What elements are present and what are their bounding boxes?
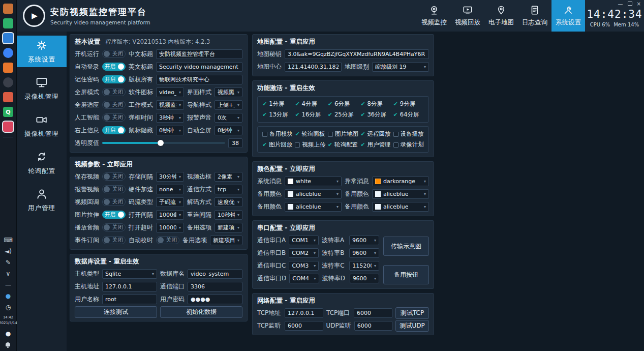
sidebar-item-user-mgmt[interactable]: 用户管理 [17,184,67,216]
text-input[interactable]: 6000 [354,321,393,331]
pen-icon[interactable]: ✎ [6,259,11,266]
side-button[interactable]: 备用按钮 [383,265,429,284]
action-button[interactable]: 初始化数据 [160,306,242,318]
dropdown-select[interactable]: 9600▾ [349,248,379,258]
checkbox-item[interactable]: ✔4分屏 [295,100,325,108]
chevron-down-icon[interactable]: ∨ [6,271,11,277]
dropdown-select[interactable]: COM2▾ [289,248,319,258]
dropdown-select[interactable]: 115200▾ [349,261,379,271]
checkbox-item[interactable]: ✔轮询配置 [328,141,358,149]
dropdown-select[interactable]: 9600▾ [349,236,379,245]
dropdown-select[interactable]: 30分钟▾ [156,172,184,182]
checkbox-item[interactable]: ✔用户管理 [360,141,391,149]
action-button[interactable]: 测试UDP [395,320,429,332]
text-input[interactable]: 物联网技术研究中心 [156,75,242,84]
toggle-on[interactable]: 开启 [102,211,126,219]
slider-knob[interactable] [158,140,164,146]
toggle-on[interactable]: 开启 [102,126,126,134]
minimize-strip-icon[interactable]: — [5,282,11,288]
checkbox-item[interactable]: ✔16分屏 [295,111,325,119]
nav-video-monitor[interactable]: 视频监控 [417,0,451,32]
nav-system-settings[interactable]: 系统设置 [551,0,585,32]
dropdown-select[interactable]: 0秒钟▾ [156,126,184,135]
nav-e-map[interactable]: 电子地图 [484,0,518,32]
toggle-on[interactable]: 开启 [102,63,126,71]
app-terminal-red-icon[interactable] [3,92,13,102]
app-ide-dark-icon[interactable] [3,77,13,87]
checkbox-item[interactable]: ✔36分屏 [360,111,391,119]
color-select[interactable]: white▾ [285,177,342,186]
dropdown-select[interactable]: 新建项目▾ [214,223,242,232]
dropdown-select[interactable]: 3秒钟▾ [156,113,184,123]
text-input[interactable]: 121.41400,31.18280 [285,62,342,72]
app-orange-grid-icon[interactable] [3,63,13,73]
dropdown-select[interactable]: none▾ [156,185,184,194]
side-button[interactable]: 传输示意图 [383,237,429,256]
dropdown-select[interactable]: 0次▾ [214,113,242,123]
checkbox-item[interactable]: ✔13分屏 [262,111,293,119]
minimize-button[interactable]: — [618,2,623,7]
checkbox-item[interactable]: 备用模块 [262,130,293,138]
clock-icon[interactable]: ◷ [6,304,11,310]
app-video-platform-icon[interactable] [3,122,13,132]
text-input[interactable]: 3306 [188,282,242,291]
app-files-blue-icon[interactable] [3,33,13,43]
toggle-off[interactable]: 关闭 [102,50,126,58]
action-button[interactable]: 测试TCP [395,307,429,319]
toggle-off[interactable]: 关闭 [102,172,126,181]
dropdown-select[interactable]: tcp▾ [214,185,242,194]
app-browser-icon[interactable] [3,48,13,58]
dropdown-select[interactable]: 1000毫秒▾ [156,210,184,220]
dropdown-select[interactable]: 9600▾ [350,274,379,283]
app-green-icon[interactable] [3,18,13,28]
dropdown-select[interactable]: 子码流▾ [156,197,184,207]
checkbox-item[interactable]: ✔远程回放 [360,130,391,138]
color-select[interactable]: aliceblue▾ [285,189,342,199]
dropdown-select[interactable]: video_white▾ [156,87,184,97]
toggle-off[interactable]: 关闭 [102,101,126,109]
text-input[interactable]: ●●●● [188,295,242,304]
dropdown-select[interactable]: 速度优先▾ [214,197,242,207]
text-input[interactable]: 3.0&ak=9GqzBZjfGqXYXMzdfuRN9AL4B4PHaY6R [285,49,429,59]
maximize-button[interactable] [628,2,632,7]
checkbox-item[interactable]: ✔9分屏 [393,100,424,108]
text-input[interactable]: 6000 [285,321,323,331]
app-q-green-icon[interactable]: Q [3,107,13,117]
toggle-off[interactable]: 关闭 [102,236,126,244]
dropdown-select[interactable]: 2像素▾ [214,172,242,182]
text-input[interactable]: Security video management platform [156,62,242,72]
sidebar-item-recorder-mgmt[interactable]: 录像机管理 [17,73,67,104]
checkbox-item[interactable]: ✔6分屏 [328,100,358,108]
dropdown-select[interactable]: Sqlite▾ [102,269,157,279]
action-button[interactable]: 连接测试 [75,306,157,318]
checkbox-item[interactable]: 视频上传 [295,141,325,149]
toggle-on[interactable]: 开启 [102,75,126,83]
volume-icon[interactable]: ◄) [5,248,12,254]
toggle-off[interactable]: 关闭 [102,113,126,122]
text-input[interactable]: 127.0.0.1 [102,282,157,291]
dropdown-select[interactable]: COM4▾ [289,274,319,283]
checkbox-item[interactable]: ✔轮询面板 [295,130,325,138]
toggle-off[interactable]: 关闭 [102,223,126,231]
toggle-off[interactable]: 关闭 [156,236,179,244]
text-input[interactable]: 6000 [354,308,392,318]
close-button[interactable]: × [637,2,641,7]
opacity-slider[interactable] [102,139,225,147]
dropdown-select[interactable]: 视频黑▾ [214,87,242,97]
toggle-off[interactable]: 关闭 [102,198,126,206]
toggle-off[interactable]: 关闭 [102,185,126,193]
dropdown-select[interactable]: 缩放级别 19▾ [372,62,429,72]
app-gimp-icon[interactable] [3,4,13,14]
text-input[interactable]: video_system [188,269,242,279]
checkbox-item[interactable]: 图片地图 [328,130,358,138]
dropdown-select[interactable]: 0秒钟▾ [214,126,242,135]
status-dot-icon[interactable]: ● [6,331,11,337]
dropdown-select[interactable]: 10秒钟▾ [214,210,242,220]
color-select[interactable]: aliceblue▾ [372,189,429,199]
color-select[interactable]: aliceblue▾ [372,202,429,212]
nav-video-playback[interactable]: 视频回放 [451,0,484,32]
dropdown-select[interactable]: 新建项目▾ [210,236,242,245]
toggle-off[interactable]: 关闭 [102,88,126,96]
text-input[interactable]: 安防视频监控管理平台 [156,49,242,59]
checkbox-item[interactable]: ✔64分屏 [393,111,424,119]
